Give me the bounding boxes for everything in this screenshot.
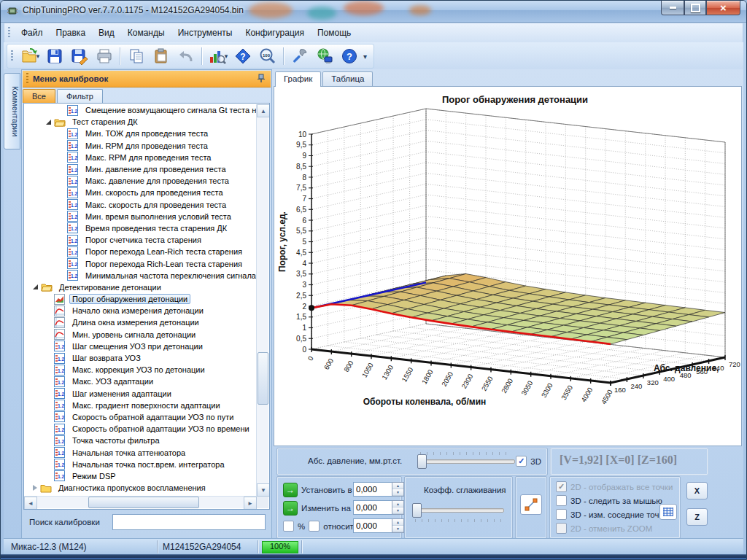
tree-row[interactable]: 1.2Макс. градиент поверхности адаптации [24, 400, 257, 411]
search-input[interactable] [112, 514, 266, 530]
smoothing-slider[interactable] [412, 503, 504, 518]
tree-row[interactable]: Диагностика пропусков воспламенения [24, 482, 257, 494]
tree-row[interactable]: 1.2Порог перехода Rich-Lean теста старен… [24, 257, 257, 269]
menu-item-2[interactable]: Вид [92, 26, 121, 40]
copy-button[interactable] [125, 45, 148, 67]
tree-row[interactable]: 1.2Макс. давление для проведения теста [24, 175, 257, 187]
tree-row[interactable]: 1.2Скорость обратной адаптации УОЗ по пу… [24, 411, 257, 423]
menu-item-6[interactable]: Помощь [311, 26, 357, 40]
tree-row[interactable]: 1.2Начальная точка аттенюатора [24, 446, 257, 458]
3d-checkbox-row[interactable]: ✓ 3D [516, 456, 541, 467]
change-value-input[interactable] [353, 500, 392, 515]
undo-button[interactable] [174, 45, 198, 67]
scroll-right-icon[interactable]: ► [244, 497, 257, 510]
title-bar[interactable]: ChipTuningPRO ver.7.7.0.1175 - M124152GA… [1, 1, 746, 23]
tree-row[interactable]: 1.2Мин. RPM для проведения теста [24, 140, 257, 152]
option-checkbox-0[interactable]: ✓ [556, 481, 567, 492]
scroll-thumb[interactable] [258, 352, 268, 405]
chart-view-button[interactable]: ▾ [206, 45, 230, 67]
3d-checkbox[interactable]: ✓ [516, 456, 527, 467]
scroll-down-icon[interactable]: ▼ [257, 483, 270, 497]
relative-value-input[interactable] [353, 518, 392, 533]
smoothing-slider-thumb[interactable] [412, 503, 422, 518]
print-button[interactable] [93, 45, 116, 67]
expander-open-icon[interactable] [46, 120, 51, 125]
dropdown-caret-icon[interactable]: ▾ [36, 52, 40, 60]
tree-row[interactable]: 1.2Режим DSP [24, 470, 257, 482]
tree-row[interactable]: Детектирование детонации [24, 281, 257, 293]
tools-button[interactable] [288, 45, 311, 67]
tree-row[interactable]: 1.2Порог счетчика теста старения [24, 234, 257, 246]
web-update-button[interactable] [313, 45, 336, 67]
option-checkbox-3[interactable] [556, 523, 567, 534]
toolbar-overflow-icon[interactable]: ▾ [363, 52, 367, 61]
spin-down-icon[interactable]: ▼ [392, 508, 403, 514]
tree-row[interactable]: 1.2Минимальная частота переключения сигн… [24, 270, 257, 281]
axis-button-x[interactable]: X [686, 482, 708, 499]
menu-item-0[interactable]: Файл [15, 26, 50, 40]
tree-row[interactable]: 1.2Шаг изменения адаптации [24, 388, 257, 400]
scroll-thumb[interactable] [88, 497, 199, 508]
option-row-0[interactable]: ✓2D - отображать все точки [556, 481, 673, 492]
spin-down-icon[interactable]: ▼ [392, 489, 403, 496]
scroll-up-icon[interactable]: ▲ [257, 104, 270, 117]
tree-row[interactable]: Мин. уровень сигнала детонации [24, 329, 257, 341]
tree-row[interactable]: Начало окна измерения детонации [24, 305, 257, 316]
tree-row[interactable]: 1.2Макс. скорость для проведения теста [24, 199, 257, 211]
tree-row[interactable]: 1.2Скорость обратной адаптации УОЗ по вр… [24, 423, 257, 435]
open-file-button[interactable]: ▾ [18, 45, 42, 67]
zoom-100-button[interactable]: 100 [256, 45, 279, 67]
dropdown-caret-icon[interactable]: ▾ [225, 52, 228, 60]
tree-row[interactable]: 1.2Порог перехода Lean-Rich теста старен… [24, 246, 257, 257]
apply-set-button[interactable]: → [283, 483, 298, 497]
comments-side-tab[interactable]: Комментарии [4, 73, 20, 149]
sidebar-tab-filter[interactable]: Фильтр [57, 89, 103, 103]
tree-row[interactable]: 1.2Время проведения теста старения ДК [24, 222, 257, 234]
option-checkbox-2[interactable] [556, 509, 567, 520]
tree-row[interactable]: 1.2Мин. ТОЖ для проведения теста [24, 128, 257, 139]
tree-row[interactable]: 1.2Макс. коррекция УОЗ по детонации [24, 364, 257, 376]
spin-down-icon[interactable]: ▼ [392, 526, 403, 532]
grid-edit-button[interactable] [659, 504, 677, 520]
tree-row[interactable]: Тест старения ДК [24, 116, 257, 128]
minimize-button[interactable] [661, 1, 684, 15]
menu-item-1[interactable]: Правка [50, 26, 93, 40]
save-as-button[interactable] [68, 45, 91, 67]
expander-open-icon[interactable] [33, 284, 38, 289]
interpolate-button[interactable] [520, 494, 542, 515]
tree-row[interactable]: 1.2Точка частоты фильтра [24, 435, 257, 446]
tree-row[interactable]: 1.2Макс. УОЗ адаптации [24, 376, 257, 387]
surface-chart[interactable]: 00,511,522,533,544,555,566,577,588,599,5… [274, 87, 741, 447]
menu-item-5[interactable]: Конфигурация [239, 26, 311, 40]
tree-row[interactable]: 1.2Мин. давление для проведения теста [24, 163, 257, 175]
set-value-input[interactable] [353, 482, 392, 497]
percent-checkbox[interactable] [283, 521, 294, 532]
pin-icon[interactable] [256, 74, 266, 87]
tree-row[interactable]: 1.2Макс. RPM для проведения теста [24, 152, 257, 163]
spin-up-icon[interactable]: ▲ [392, 483, 403, 489]
help-button[interactable]: ? [338, 45, 361, 67]
paste-button[interactable] [150, 45, 173, 67]
tree-row[interactable]: 1.2Смещение возмущающего сигнала Gt тест… [24, 104, 257, 116]
option-row-2[interactable]: 3D - изм. соседние точки [556, 509, 673, 520]
pressure-slider[interactable] [417, 454, 515, 469]
relative-checkbox[interactable] [309, 521, 320, 532]
axis-button-z[interactable]: Z [686, 508, 708, 526]
option-checkbox-1[interactable] [556, 495, 567, 506]
spin-up-icon[interactable]: ▲ [392, 519, 403, 526]
tree-row[interactable]: Порог обнаружения детонации [24, 293, 257, 305]
spin-up-icon[interactable]: ▲ [392, 501, 403, 508]
tab-table[interactable]: Таблица [322, 71, 373, 86]
save-button[interactable] [43, 45, 66, 67]
tree-row[interactable]: 1.2Начальная точка пост.врем. интегратор… [24, 459, 257, 470]
option-row-1[interactable]: 3D - следить за мышью [556, 495, 673, 506]
maximize-button[interactable] [684, 1, 706, 15]
tree-row[interactable]: 1.2Шаг возврата УОЗ [24, 352, 257, 364]
pressure-slider-thumb[interactable] [417, 454, 427, 469]
option-row-3[interactable]: 2D - отменить ZOOM [556, 523, 673, 534]
tree-row[interactable]: 1.2Шаг смещения УОЗ при детонации [24, 341, 257, 352]
tree-vertical-scrollbar[interactable]: ▲ ▼ [256, 104, 268, 497]
sidebar-tab-all[interactable]: Все [23, 89, 55, 103]
tab-graph[interactable]: График [275, 71, 321, 87]
tree-horizontal-scrollbar[interactable]: ◄ ► [24, 496, 257, 508]
